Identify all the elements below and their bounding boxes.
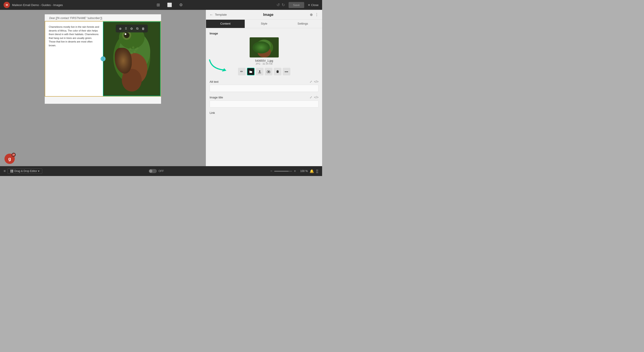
close-x-icon: ✕	[308, 3, 310, 7]
redo-button[interactable]: ↻	[282, 2, 285, 8]
alt-text-expand-icon[interactable]: ⤢	[310, 80, 312, 84]
svg-rect-28	[12, 170, 13, 171]
image-meta: JPG · 32.94 KB	[210, 62, 318, 65]
undo-button[interactable]: ↺	[276, 2, 280, 8]
off-label: OFF	[158, 170, 164, 173]
image-toolbar: ⊕ ⠿ ⚙ ⧉ 🗑	[116, 24, 148, 32]
panel-more-icon[interactable]: ⋮	[315, 12, 318, 17]
bell-icon[interactable]: 🔔	[310, 169, 314, 173]
image-title-label-row: Image title ⤢ </>	[210, 96, 318, 99]
image-actions: ✏	[210, 68, 318, 75]
svg-point-11	[122, 69, 142, 92]
toggle-track	[149, 169, 157, 173]
svg-point-13	[132, 46, 134, 48]
svg-rect-29	[10, 171, 12, 172]
avatar-badge: 27	[12, 153, 16, 157]
email-two-col: Chameleons mostly live in the rain fores…	[45, 21, 161, 96]
email-header-text: Dear [[% contact 'FIRSTNAME' 'subscriber…	[45, 14, 161, 21]
drag-handle[interactable]: ⋮⋮	[101, 56, 106, 61]
svg-point-12	[129, 48, 132, 50]
save-button[interactable]: Save	[288, 2, 304, 8]
tab-content[interactable]: Content	[206, 20, 245, 28]
tab-settings[interactable]: Settings	[284, 20, 322, 28]
toggle-switch[interactable]	[149, 169, 157, 173]
image-section-label: Image	[210, 32, 318, 35]
panel-tabs: Content Style Settings	[206, 20, 322, 28]
email-image-col[interactable]: ⊕ ⠿ ⚙ ⧉ 🗑	[103, 22, 160, 96]
bottom-toolbar: ≡ Drag & Drop Editor ▾ OFF − + 100 % 🔔 ⣿	[0, 166, 322, 176]
toolbar-delete-icon[interactable]: 🗑	[140, 26, 146, 31]
canvas-area: Dear [[% contact 'FIRSTNAME' 'subscriber…	[0, 10, 206, 166]
svg-point-23	[259, 42, 264, 46]
svg-rect-27	[10, 170, 12, 171]
image-title-input[interactable]	[210, 100, 318, 108]
image-upload-button[interactable]	[256, 68, 264, 75]
image-title-icons: ⤢ </>	[310, 96, 318, 99]
panel-back-button[interactable]: ←	[210, 13, 213, 17]
hamburger-button[interactable]: ≡	[4, 169, 6, 173]
editor-mode-button[interactable]: Drag & Drop Editor ▾	[8, 168, 42, 174]
svg-point-18	[136, 47, 138, 50]
svg-marker-25	[222, 68, 226, 72]
app-logo: M	[4, 2, 10, 8]
image-edit-button[interactable]: ✏	[238, 68, 246, 75]
image-title-label: Image title	[210, 96, 223, 99]
image-camera-button[interactable]	[265, 68, 272, 75]
link-label: Link	[210, 111, 215, 114]
toolbar-copy-icon[interactable]: ⧉	[135, 26, 140, 31]
toolbar-grid-icon[interactable]: ⠿	[124, 26, 128, 31]
image-title-expand-icon[interactable]: ⤢	[310, 96, 312, 99]
tab-style[interactable]: Style	[245, 20, 284, 28]
user-avatar[interactable]: g 27	[4, 154, 15, 164]
image-browse-button[interactable]	[247, 68, 254, 75]
svg-point-15	[128, 50, 130, 53]
zoom-in-button[interactable]: +	[294, 169, 296, 173]
svg-point-24	[260, 43, 261, 44]
image-preview	[250, 37, 279, 58]
bottom-center: OFF	[149, 169, 164, 173]
svg-point-22	[258, 46, 271, 58]
alt-text-code-icon[interactable]: </>	[314, 80, 318, 84]
alt-text-input[interactable]	[210, 85, 318, 92]
svg-rect-30	[12, 171, 13, 172]
email-text-col: Chameleons mostly live in the rain fores…	[45, 22, 103, 96]
panel-title: Image	[228, 13, 308, 17]
editor-mode-chevron: ▾	[38, 170, 39, 173]
panel-header: ← Template Image ⊕ ⋮	[206, 10, 322, 20]
zoom-slider[interactable]	[274, 171, 292, 172]
zoom-out-button[interactable]: −	[270, 169, 272, 173]
alt-text-label-row: Alt text ⤢ </>	[210, 80, 318, 84]
image-title-code-icon[interactable]: </>	[314, 96, 318, 99]
topbar-center: ⊞ ⬜ ⚙	[156, 2, 183, 8]
grid-apps-icon[interactable]: ⣿	[316, 169, 318, 173]
undo-redo-group: ↺ ↻	[276, 2, 285, 8]
bottom-left: ≡ Drag & Drop Editor ▾	[4, 168, 42, 174]
image-delete-button[interactable]	[274, 68, 282, 75]
right-panel: ← Template Image ⊕ ⋮ Content Style Setti…	[206, 10, 322, 166]
zoom-level: 100 %	[298, 170, 308, 173]
topbar: M Maileon Email Demo - Guides - Images ⊞…	[0, 0, 322, 10]
layers-icon[interactable]: ⊕	[310, 12, 313, 17]
svg-point-16	[131, 52, 133, 54]
toolbar-layers-icon[interactable]: ⊕	[118, 26, 123, 31]
link-field-row: Link	[210, 111, 318, 114]
svg-point-8	[124, 33, 126, 35]
chameleon-image	[103, 22, 160, 96]
close-button[interactable]: ✕ Close	[308, 3, 318, 7]
toolbar-settings-icon[interactable]: ⚙	[129, 26, 134, 31]
email-container: Dear [[% contact 'FIRSTNAME' 'subscriber…	[45, 14, 161, 104]
svg-text:M: M	[6, 4, 8, 6]
alt-text-icons: ⤢ </>	[310, 80, 318, 84]
bottom-right: − + 100 % 🔔 ⣿	[270, 169, 318, 173]
svg-point-21	[258, 40, 271, 51]
grid-view-icon[interactable]: ⊞	[156, 2, 160, 8]
svg-point-17	[134, 50, 136, 53]
settings-icon[interactable]: ⚙	[179, 2, 183, 8]
alt-text-label: Alt text	[210, 80, 218, 84]
image-more-button[interactable]: •••	[283, 68, 290, 75]
avatar-letter: g	[8, 156, 11, 162]
alt-text-field-row: Alt text ⤢ </>	[210, 80, 318, 92]
email-body-text: Chameleons mostly live in the rain fores…	[49, 26, 99, 47]
desktop-view-icon[interactable]: ⬜	[167, 2, 172, 8]
panel-breadcrumb[interactable]: Template	[215, 13, 227, 16]
